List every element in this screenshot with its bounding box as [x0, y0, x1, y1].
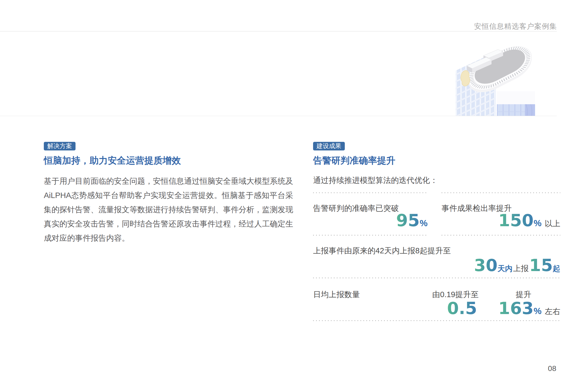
stat3-mid: 上报 — [513, 264, 529, 273]
solution-title: 恒脑加持，助力安全运营提质增效 — [44, 155, 181, 166]
stat3-value: 30天内上报15起 — [313, 256, 560, 275]
results-badge: 建设成果 — [313, 142, 345, 150]
stat2-number: 150 — [498, 211, 534, 230]
results-section: 建设成果 告警研判准确率提升 通过持续推进模型算法的迭代优化： 告警研判的准确率… — [313, 0, 560, 389]
stat2-suffix: 以上 — [545, 219, 560, 228]
solution-badge: 解决方案 — [44, 142, 76, 150]
stat2-unit: % — [534, 218, 542, 228]
dotted-divider — [313, 192, 428, 193]
stat1-unit: % — [420, 218, 428, 228]
dotted-divider — [313, 278, 560, 278]
stat3-number1: 30 — [474, 255, 498, 275]
stat4-number2: 163 — [498, 298, 534, 318]
stat4-unit2: % — [534, 306, 542, 316]
results-title: 告警研判准确率提升 — [313, 155, 395, 166]
dotted-divider — [313, 320, 560, 321]
stat4-value2: 163%左右 — [313, 299, 560, 318]
stat3-number2: 15 — [529, 255, 553, 275]
stat3-unit2: 起 — [553, 264, 560, 273]
solution-body: 基于用户目前面临的安全问题，安恒信息通过恒脑安全垂域大模型系统及AiLPHA态势… — [44, 174, 293, 245]
dotted-divider — [313, 235, 428, 236]
page-number: 08 — [548, 364, 556, 373]
stat1-value: 95% — [313, 211, 428, 230]
solution-section: 解决方案 恒脑加持，助力安全运营提质增效 基于用户目前面临的安全问题，安恒信息通… — [44, 0, 293, 389]
stat1-number: 95 — [396, 211, 420, 230]
stat3-label: 上报事件由原来的42天内上报8起提升至 — [313, 246, 451, 256]
dotted-divider — [442, 192, 560, 193]
stat3-unit1: 天内 — [497, 264, 512, 273]
stat4-suffix2: 左右 — [545, 307, 560, 316]
stat2-value: 150%以上 — [442, 211, 560, 230]
dotted-divider — [442, 235, 560, 236]
results-intro: 通过持续推进模型算法的迭代优化： — [313, 175, 438, 186]
